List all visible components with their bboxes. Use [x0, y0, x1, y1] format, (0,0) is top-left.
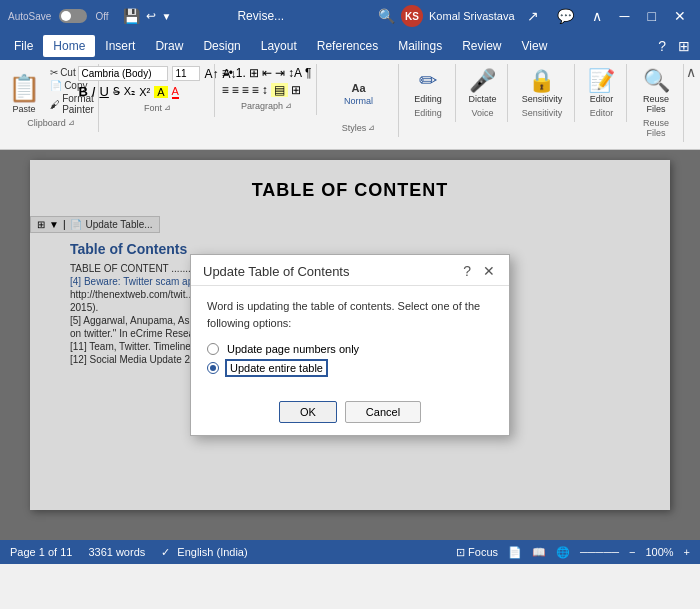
increase-indent-btn[interactable]: ⇥ [275, 66, 285, 80]
dialog-help-btn[interactable]: ? [461, 263, 473, 279]
paragraph-expand[interactable]: ⊿ [285, 101, 292, 110]
ribbon-collapse-btn[interactable]: ∧ [586, 8, 608, 24]
font-color-btn[interactable]: A [172, 85, 179, 99]
dialog-footer: OK Cancel [191, 393, 509, 435]
font-size-input[interactable] [172, 66, 200, 81]
multilevel-btn[interactable]: ⊞ [249, 66, 259, 80]
justify-btn[interactable]: ≡ [252, 83, 259, 97]
align-right-btn[interactable]: ≡ [242, 83, 249, 97]
zoom-out-btn[interactable]: − [629, 546, 635, 558]
sort-btn[interactable]: ↕A [288, 66, 302, 80]
dialog-overlay: Update Table of Contents ? ✕ Word is upd… [0, 150, 700, 540]
styles-icon: Aa [351, 82, 365, 94]
reuse-files-btn[interactable]: 🔍 ReuseFiles [636, 66, 676, 116]
font-expand[interactable]: ⊿ [164, 103, 171, 112]
menu-insert[interactable]: Insert [95, 35, 145, 57]
show-formatting-btn[interactable]: ¶ [305, 66, 311, 80]
radio-entire-table-label: Update entire table [227, 361, 326, 375]
menu-design[interactable]: Design [193, 35, 250, 57]
comments-btn[interactable]: 💬 [551, 8, 580, 24]
ribbon-group-voice: 🎤 Dictate Voice [458, 64, 508, 122]
share2-icon[interactable]: ⊞ [672, 38, 696, 54]
align-center-btn[interactable]: ≡ [232, 83, 239, 97]
highlight-btn[interactable]: A [154, 86, 167, 98]
view-web-btn[interactable]: 🌐 [556, 546, 570, 559]
save-icon[interactable]: 💾 [123, 8, 140, 24]
align-left-btn[interactable]: ≡ [222, 83, 229, 97]
underline-btn[interactable]: U [99, 84, 108, 99]
page-status: Page 1 of 11 [10, 546, 72, 559]
cancel-button[interactable]: Cancel [345, 401, 421, 423]
dialog-body-text: Word is updating the table of contents. … [207, 298, 493, 331]
ribbon-scroll-up-btn[interactable]: ∧ [686, 64, 696, 80]
radio-page-numbers[interactable]: Update page numbers only [207, 343, 493, 355]
menu-layout[interactable]: Layout [251, 35, 307, 57]
paste-btn[interactable]: 📋 Paste [4, 71, 44, 116]
document-area: TABLE OF CONTENT ⊞ ▼ | 📄 Update Table...… [0, 150, 700, 540]
undo-icon[interactable]: ↩ [146, 9, 156, 23]
menu-review[interactable]: Review [452, 35, 511, 57]
italic-btn[interactable]: I [92, 84, 96, 99]
autosave-label: AutoSave [8, 11, 51, 22]
radio-page-numbers-circle[interactable] [207, 343, 219, 355]
styles-expand[interactable]: ⊿ [368, 123, 375, 132]
search-icon[interactable]: 🔍 [378, 8, 395, 24]
borders-btn[interactable]: ⊞ [291, 83, 301, 97]
superscript-btn[interactable]: X² [139, 86, 150, 98]
maximize-btn[interactable]: □ [642, 8, 662, 24]
line-spacing-btn[interactable]: ↕ [262, 83, 268, 97]
ribbon-group-editing: ✏ Editing Editing [401, 64, 456, 122]
share-btn[interactable]: ↗ [521, 8, 545, 24]
close-btn[interactable]: ✕ [668, 8, 692, 24]
user-avatar[interactable]: KS [401, 5, 423, 27]
shading-btn[interactable]: ▤ [271, 83, 288, 97]
clipboard-expand[interactable]: ⊿ [68, 118, 75, 127]
menu-references[interactable]: References [307, 35, 388, 57]
format-painter-icon: 🖌 [50, 99, 60, 110]
subscript-btn[interactable]: X₂ [124, 85, 135, 98]
radio-entire-table-circle[interactable] [207, 362, 219, 374]
ok-button[interactable]: OK [279, 401, 337, 423]
view-read-btn[interactable]: 📖 [532, 546, 546, 559]
editing-btn[interactable]: ✏ Editing [408, 66, 448, 106]
help-icon[interactable]: ? [652, 38, 672, 54]
menu-bar: File Home Insert Draw Design Layout Refe… [0, 32, 700, 60]
status-bar: Page 1 of 11 3361 words ✓ English (India… [0, 540, 700, 564]
strikethrough-btn[interactable]: S̶ [113, 85, 120, 98]
focus-icon: ⊡ [456, 546, 465, 558]
reuse-files-icon: 🔍 [643, 68, 670, 94]
radio-page-numbers-label: Update page numbers only [227, 343, 359, 355]
sensitivity-btn[interactable]: 🔒 Sensitivity [518, 66, 567, 106]
view-layout-btn[interactable]: 📄 [508, 546, 522, 559]
more-icon[interactable]: ▼ [162, 11, 172, 22]
font-family-input[interactable] [78, 66, 168, 81]
dictate-btn[interactable]: 🎤 Dictate [463, 66, 503, 106]
dialog-close-btn[interactable]: ✕ [481, 263, 497, 279]
dialog-body: Word is updating the table of contents. … [191, 286, 509, 393]
spellcheck-icon: ✓ [161, 546, 170, 558]
username: Komal Srivastava [429, 10, 515, 22]
menu-file[interactable]: File [4, 35, 43, 57]
ribbon-group-editor: 📝 Editor Editor [577, 64, 627, 122]
editor-icon: 📝 [588, 68, 615, 94]
radio-entire-table[interactable]: Update entire table [207, 361, 493, 375]
decrease-indent-btn[interactable]: ⇤ [262, 66, 272, 80]
bullets-btn[interactable]: ≡• [222, 66, 233, 80]
numbering-btn[interactable]: 1. [236, 66, 246, 80]
zoom-in-btn[interactable]: + [684, 546, 690, 558]
menu-mailings[interactable]: Mailings [388, 35, 452, 57]
menu-home[interactable]: Home [43, 35, 95, 57]
styles-btn[interactable]: Aa Normal [339, 66, 379, 121]
menu-view[interactable]: View [512, 35, 558, 57]
minimize-btn[interactable]: ─ [614, 8, 636, 24]
focus-btn[interactable]: ⊡ Focus [456, 546, 498, 559]
editor-btn[interactable]: 📝 Editor [582, 66, 622, 106]
status-left: Page 1 of 11 3361 words ✓ English (India… [10, 546, 248, 559]
dictate-icon: 🎤 [469, 68, 496, 94]
bold-btn[interactable]: B [78, 84, 87, 99]
language-status: ✓ English (India) [161, 546, 247, 559]
autosave-off: Off [95, 11, 108, 22]
menu-draw[interactable]: Draw [145, 35, 193, 57]
ribbon: 📋 Paste ✂ Cut 📄 Copy 🖌 Format Painter [0, 60, 700, 150]
autosave-toggle[interactable] [59, 9, 87, 23]
